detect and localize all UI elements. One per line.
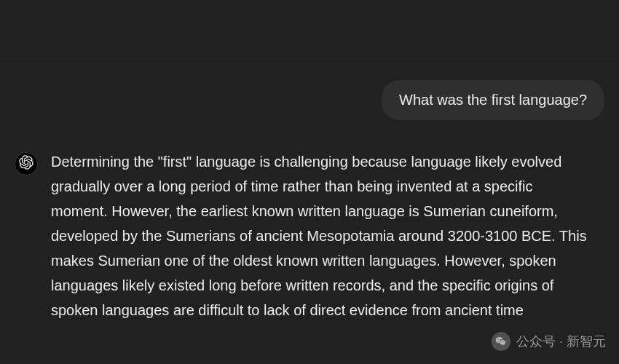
openai-logo-icon xyxy=(19,155,33,173)
chat-container: What was the first language? Determining… xyxy=(0,58,619,323)
user-message-row: What was the first language? xyxy=(15,80,604,120)
app-header xyxy=(0,0,619,58)
user-message-bubble[interactable]: What was the first language? xyxy=(382,80,604,120)
watermark: 公众号 · 新智元 xyxy=(492,332,606,351)
wechat-icon xyxy=(492,332,510,351)
assistant-avatar xyxy=(15,152,38,175)
assistant-message-text[interactable]: Determining the "first" language is chal… xyxy=(51,149,604,323)
assistant-message-row: Determining the "first" language is chal… xyxy=(15,149,604,323)
watermark-label: 公众号 · 新智元 xyxy=(516,333,606,350)
